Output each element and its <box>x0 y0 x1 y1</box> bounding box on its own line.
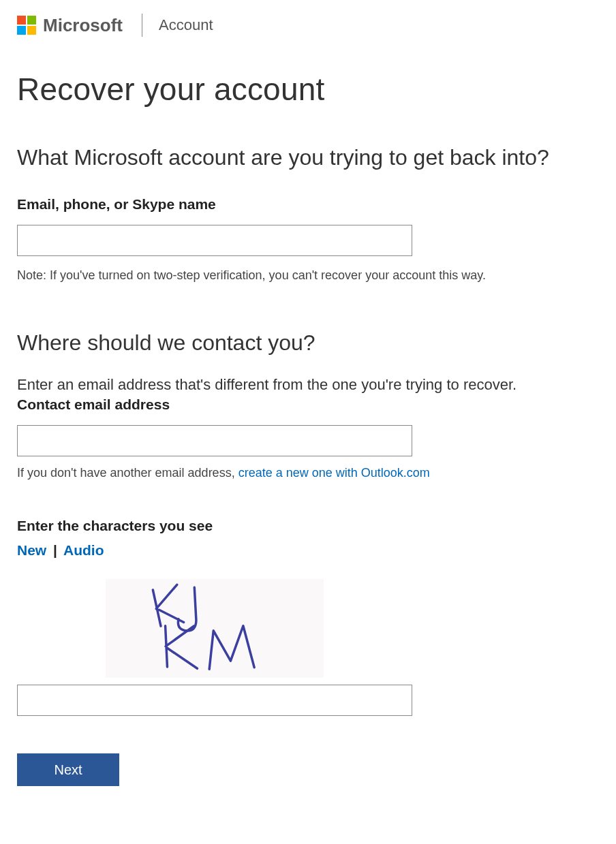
captcha-label: Enter the characters you see <box>17 518 599 534</box>
section-contact-heading: Where should we contact you? <box>17 330 599 356</box>
contact-email-input[interactable] <box>17 425 412 456</box>
captcha-image <box>106 579 324 678</box>
section-account-heading: What Microsoft account are you trying to… <box>17 145 599 170</box>
page-header: Microsoft Account <box>17 14 599 37</box>
brand-section: Account <box>159 16 213 34</box>
microsoft-logo-icon <box>17 16 36 35</box>
two-step-note: Note: If you've turned on two-step verif… <box>17 268 599 283</box>
captcha-separator: | <box>53 542 57 558</box>
contact-hint-text: If you don't have another email address, <box>17 466 238 480</box>
page-title: Recover your account <box>17 71 599 108</box>
section-contact: Enter an email address that's different … <box>17 376 599 480</box>
next-button[interactable]: Next <box>17 753 119 786</box>
captcha-audio-link[interactable]: Audio <box>63 542 104 558</box>
contact-hint: If you don't have another email address,… <box>17 466 599 480</box>
create-outlook-link[interactable]: create a new one with Outlook.com <box>238 466 430 480</box>
captcha-actions: New | Audio <box>17 542 599 559</box>
captcha-input[interactable] <box>17 685 412 716</box>
account-field-label: Email, phone, or Skype name <box>17 196 599 213</box>
captcha-new-link[interactable]: New <box>17 542 46 558</box>
brand-name: Microsoft <box>43 15 123 36</box>
contact-description: Enter an email address that's different … <box>17 376 599 394</box>
section-account: Email, phone, or Skype name Note: If you… <box>17 196 599 283</box>
section-captcha: Enter the characters you see New | Audio <box>17 518 599 716</box>
account-input[interactable] <box>17 225 412 256</box>
contact-field-label: Contact email address <box>17 396 599 413</box>
divider <box>142 14 142 37</box>
